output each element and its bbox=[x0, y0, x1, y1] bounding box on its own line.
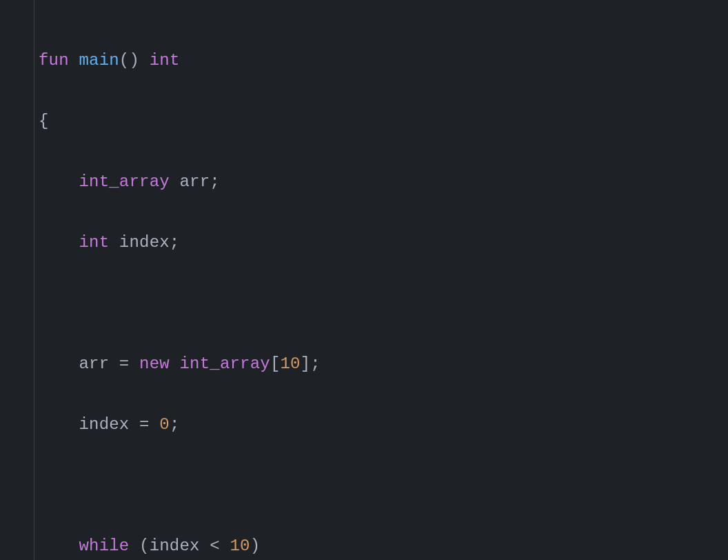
identifier: arr bbox=[79, 354, 109, 373]
editor-gutter bbox=[0, 0, 34, 560]
code-line: index = 0; bbox=[39, 410, 351, 440]
identifier: index bbox=[119, 233, 170, 252]
parens: () bbox=[119, 51, 139, 70]
paren: ) bbox=[250, 537, 261, 555]
code-line-blank bbox=[39, 470, 351, 501]
type: int bbox=[79, 233, 109, 252]
keyword-new: new bbox=[139, 354, 170, 373]
type: int_array bbox=[179, 354, 270, 373]
brace-open: { bbox=[39, 112, 49, 130]
type: int_array bbox=[79, 172, 169, 191]
number: 0 bbox=[159, 415, 170, 434]
identifier: index bbox=[150, 537, 200, 555]
operator: = bbox=[119, 354, 130, 373]
code-line: arr = new int_array[10]; bbox=[39, 349, 351, 379]
code-line: int index; bbox=[39, 228, 351, 258]
code-line: int_array arr; bbox=[39, 167, 351, 197]
identifier: index bbox=[79, 415, 129, 434]
number: 10 bbox=[281, 354, 301, 373]
code-line: { bbox=[39, 106, 351, 137]
paren: ( bbox=[139, 537, 150, 555]
operator: = bbox=[139, 415, 150, 434]
keyword-fun: fun bbox=[39, 51, 69, 70]
code-line: while (index < 10) bbox=[39, 531, 351, 560]
type-int: int bbox=[150, 51, 180, 70]
semicolon: ; bbox=[310, 354, 321, 373]
bracket: ] bbox=[301, 354, 311, 373]
code-line: fun main() int bbox=[39, 46, 351, 76]
semicolon: ; bbox=[170, 233, 180, 252]
semicolon: ; bbox=[210, 172, 220, 191]
keyword-while: while bbox=[79, 537, 129, 555]
code-editor[interactable]: fun main() int { int_array arr; int inde… bbox=[0, 0, 728, 560]
code-area[interactable]: fun main() int { int_array arr; int inde… bbox=[34, 0, 351, 560]
operator: < bbox=[210, 537, 220, 555]
function-name: main bbox=[79, 51, 119, 70]
bracket: [ bbox=[270, 354, 281, 373]
semicolon: ; bbox=[170, 415, 180, 434]
identifier: arr bbox=[179, 172, 210, 191]
number: 10 bbox=[230, 537, 250, 555]
code-line-blank bbox=[39, 288, 351, 319]
